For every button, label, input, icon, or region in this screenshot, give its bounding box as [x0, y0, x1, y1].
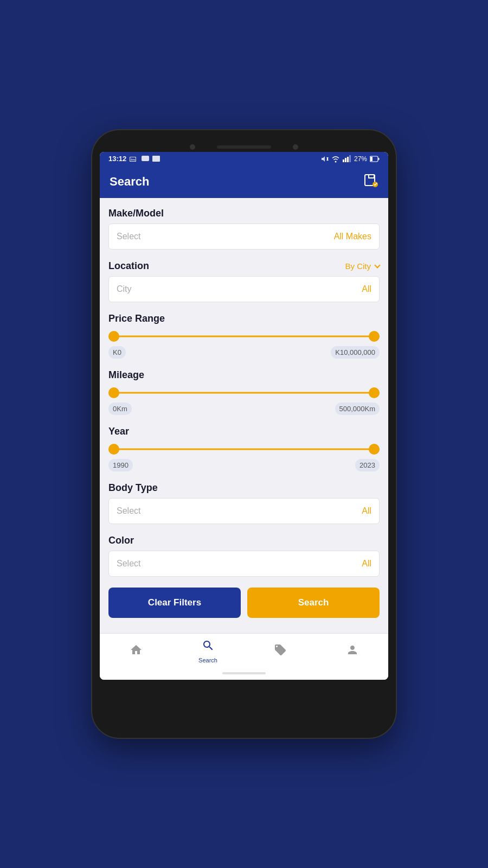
- nav-search-label: Search: [198, 657, 217, 663]
- battery-level: 27%: [354, 155, 367, 163]
- mute-icon: [321, 155, 329, 163]
- svg-rect-14: [370, 157, 373, 161]
- mileage-thumb-min[interactable]: [108, 387, 119, 398]
- nav-home[interactable]: [100, 643, 172, 660]
- nav-tags[interactable]: [244, 643, 316, 660]
- location-filter-type[interactable]: By City: [345, 261, 380, 271]
- color-dropdown[interactable]: Select All: [108, 551, 380, 577]
- svg-rect-8: [343, 159, 344, 162]
- color-value: All: [362, 559, 371, 569]
- year-thumb-min[interactable]: [108, 444, 119, 455]
- signal-icon: [343, 155, 351, 163]
- year-label: Year: [108, 426, 380, 437]
- clear-filters-button[interactable]: Clear Filters: [108, 588, 241, 618]
- msg-icon: [142, 156, 149, 162]
- mileage-min-value: 0Km: [108, 403, 132, 415]
- proximity-sensor: [293, 144, 298, 150]
- year-slider[interactable]: [108, 444, 380, 455]
- svg-text:Inv: Inv: [131, 158, 136, 161]
- search-button[interactable]: Search: [247, 588, 380, 618]
- svg-rect-13: [378, 158, 380, 160]
- status-bar: 13:12 Inv 27%: [100, 152, 388, 165]
- make-model-dropdown[interactable]: Select All Makes: [108, 224, 380, 250]
- price-thumb-max[interactable]: [369, 331, 380, 342]
- city-placeholder: City: [117, 284, 132, 294]
- color-section: Color Select All: [108, 535, 380, 577]
- bottom-nav: Search: [100, 633, 388, 667]
- img-icon: [152, 156, 160, 162]
- mileage-label: Mileage: [108, 369, 380, 381]
- body-type-label: Body Type: [108, 482, 158, 494]
- price-min-value: K0: [108, 346, 126, 359]
- price-range-label: Price Range: [108, 313, 380, 324]
- svg-rect-9: [345, 158, 346, 162]
- battery-icon: [370, 156, 380, 162]
- city-value: All: [362, 284, 371, 294]
- mileage-thumb-max[interactable]: [369, 387, 380, 398]
- price-range-slider[interactable]: [108, 331, 380, 342]
- nav-search[interactable]: Search: [172, 639, 244, 663]
- home-indicator: [222, 672, 266, 674]
- location-section: Location By City City All: [108, 260, 380, 302]
- mileage-section: Mileage 0Km 500,000Km: [108, 369, 380, 415]
- svg-point-7: [335, 161, 336, 162]
- front-camera: [190, 144, 195, 150]
- year-thumb-max[interactable]: [369, 444, 380, 455]
- mileage-slider[interactable]: [108, 387, 380, 398]
- make-model-label: Make/Model: [108, 208, 164, 219]
- price-track: [108, 336, 380, 337]
- speaker: [217, 145, 271, 149]
- status-time: 13:12: [108, 155, 126, 163]
- svg-rect-4: [152, 156, 160, 162]
- year-min-value: 1990: [108, 459, 133, 471]
- color-label: Color: [108, 535, 134, 546]
- price-thumb-min[interactable]: [108, 331, 119, 342]
- color-placeholder: Select: [117, 559, 140, 569]
- mileage-max-value: 500,000Km: [335, 403, 380, 415]
- mileage-values: 0Km 500,000Km: [108, 403, 380, 415]
- action-buttons: Clear Filters Search: [108, 588, 380, 618]
- year-track: [108, 449, 380, 450]
- price-range-section: Price Range K0 K10,000,000: [108, 313, 380, 359]
- body-type-placeholder: Select: [117, 506, 140, 516]
- price-max-value: K10,000,000: [331, 346, 380, 359]
- home-icon: [130, 643, 143, 660]
- year-values: 1990 2023: [108, 459, 380, 471]
- make-model-value: All Makes: [334, 232, 371, 241]
- year-max-value: 2023: [355, 459, 380, 471]
- city-dropdown[interactable]: City All: [108, 276, 380, 302]
- inv-icon: Inv: [130, 156, 138, 162]
- body-type-dropdown[interactable]: Select All: [108, 498, 380, 524]
- chevron-down-icon: [374, 262, 380, 268]
- make-model-placeholder: Select: [117, 232, 140, 241]
- body-type-section: Body Type Select All: [108, 482, 380, 524]
- price-values: K0 K10,000,000: [108, 346, 380, 359]
- make-model-section: Make/Model Select All Makes: [108, 208, 380, 250]
- year-section: Year 1990 2023: [108, 426, 380, 471]
- nav-profile[interactable]: [316, 643, 388, 660]
- app-header: Search: [100, 165, 388, 198]
- content-area: Make/Model Select All Makes Location By …: [100, 198, 388, 633]
- svg-rect-10: [347, 157, 349, 162]
- svg-rect-3: [142, 156, 149, 161]
- person-icon: [346, 643, 359, 660]
- wifi-icon: [331, 155, 340, 163]
- save-edit-button[interactable]: [363, 173, 378, 190]
- mileage-track: [108, 392, 380, 394]
- search-icon: [202, 639, 215, 655]
- page-title: Search: [110, 175, 149, 189]
- location-label: Location: [108, 260, 149, 272]
- tag-icon: [274, 643, 287, 660]
- body-type-value: All: [362, 506, 371, 516]
- svg-rect-11: [349, 155, 351, 162]
